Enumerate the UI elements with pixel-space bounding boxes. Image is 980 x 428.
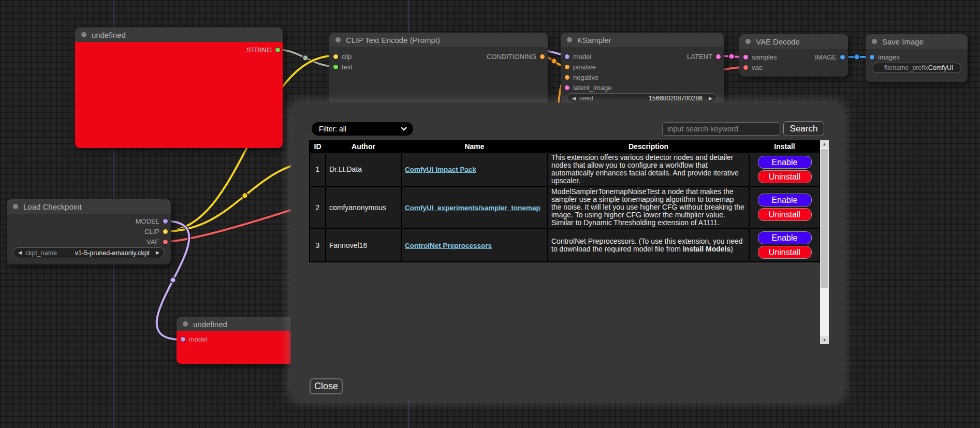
node-vae-decode[interactable]: VAE Decode samples IMAGE vae (739, 34, 848, 77)
cell-install: Enable Uninstall (749, 152, 820, 186)
table-scrollbar[interactable]: ▲ ▼ (820, 140, 829, 344)
extension-table: ID Author Name Description Install 1 Dr.… (309, 140, 821, 262)
output-port-vae[interactable] (163, 240, 168, 244)
node-title: CLIP Text Encode (Prompt) (346, 36, 440, 45)
node-title-bar[interactable]: CLIP Text Encode (Prompt) (329, 33, 548, 47)
filename-prefix-widget[interactable]: filename_prefix ComfyUI (872, 63, 961, 73)
enable-button[interactable]: Enable (758, 156, 812, 169)
node-title-bar[interactable]: Save Image (866, 34, 968, 49)
output-port-image[interactable] (840, 55, 845, 60)
enable-button[interactable]: Enable (758, 231, 812, 244)
node-status-dot-icon (183, 321, 188, 327)
cell-author: Dr.Lt.Data (326, 152, 401, 186)
node-status-dot-icon (13, 204, 18, 209)
output-port-clip[interactable] (163, 229, 168, 234)
input-label-latent-image: latent_image (573, 84, 611, 92)
table-row: 3 Fannovel16 ControlNet Preprocessors Co… (310, 228, 820, 262)
input-port-latent-image[interactable] (565, 85, 569, 90)
close-button[interactable]: Close (310, 378, 343, 394)
node-title-bar[interactable]: undefined (177, 317, 301, 331)
node-status-dot-icon (872, 39, 877, 44)
scrollbar-up-icon[interactable]: ▲ (820, 140, 829, 148)
header-description: Description (548, 141, 749, 152)
output-port-string[interactable] (275, 48, 280, 52)
extension-link[interactable]: ControlNet Preprocessors (405, 242, 492, 249)
node-title-bar[interactable]: Load Checkpoint (7, 199, 171, 214)
wire-midpoint-dot (170, 277, 176, 283)
filter-dropdown[interactable]: Filter: all (312, 122, 413, 136)
comfyui-canvas[interactable]: undefined STRING CLIP Text Encode (Promp… (0, 0, 980, 428)
cell-id: 1 (310, 152, 326, 186)
node-save-image[interactable]: Save Image images filename_prefix ComfyU… (866, 34, 968, 82)
cell-description: This extension offers various detector n… (548, 152, 749, 186)
cell-author: comfyanonymous (326, 186, 401, 228)
node-title-bar[interactable]: undefined (75, 27, 283, 42)
output-label-vae: VAE (147, 238, 159, 246)
node-clip-text-encode[interactable]: CLIP Text Encode (Prompt) clip CONDITION… (329, 33, 548, 112)
ckpt-name-widget[interactable]: ◀ ckpt_name v1-5-pruned-emaonly.ckpt ▶ (13, 247, 165, 258)
seed-widget[interactable]: ◀ seed 156680208700286 ▶ (567, 93, 718, 104)
node-load-checkpoint[interactable]: Load Checkpoint MODEL CLIP VAE ◀ ckpt_na… (7, 199, 171, 264)
widget-increment-icon[interactable]: ▶ (709, 96, 712, 101)
input-port-text[interactable] (333, 65, 338, 69)
scrollbar-thumb[interactable] (821, 149, 828, 288)
table-header-row: ID Author Name Description Install (310, 141, 820, 152)
node-title: undefined (92, 31, 126, 39)
node-ksampler[interactable]: KSampler model LATENT positive (561, 33, 724, 112)
wire-midpoint-dot (242, 193, 248, 199)
extension-link[interactable]: ComfyUI_experiments/sampler_tonemap (405, 204, 540, 212)
node-title: Load Checkpoint (23, 202, 82, 211)
table-row: 2 comfyanonymous ComfyUI_experiments/sam… (310, 186, 820, 228)
cell-description: ModelSamplerTonemapNoiseTest a node that… (548, 186, 749, 228)
input-label-samples: samples (752, 53, 777, 61)
output-port-latent[interactable] (716, 54, 721, 59)
widget-value: v1-5-pruned-emaonly.ckpt (75, 249, 150, 257)
widget-decrement-icon[interactable]: ◀ (572, 96, 576, 101)
node-title: KSampler (577, 36, 611, 45)
input-label-text: text (342, 63, 353, 71)
input-port-positive[interactable] (565, 65, 569, 69)
node-undefined-top[interactable]: undefined STRING (75, 27, 283, 148)
node-title: VAE Decode (756, 37, 800, 46)
extension-link[interactable]: ComfyUI Impact Pack (405, 166, 476, 173)
output-port-conditioning[interactable] (540, 54, 545, 59)
node-status-dot-icon (745, 39, 751, 44)
widget-name: filename_prefix (884, 64, 928, 71)
wire-midpoint-dot (551, 58, 557, 64)
widget-next-icon[interactable]: ▶ (156, 250, 159, 255)
scrollbar-down-icon[interactable]: ▼ (820, 336, 829, 344)
header-id: ID (310, 141, 326, 152)
uninstall-button[interactable]: Uninstall (758, 208, 812, 221)
input-port-clip[interactable] (333, 54, 338, 59)
extension-table-container: ID Author Name Description Install 1 Dr.… (309, 140, 829, 344)
input-label-model: model (573, 53, 591, 61)
output-label-string: STRING (246, 46, 272, 54)
input-port-samples[interactable] (743, 55, 748, 60)
output-label-latent: LATENT (687, 53, 712, 61)
input-label-positive: positive (573, 63, 596, 71)
output-label-conditioning: CONDITIONING (487, 53, 536, 61)
uninstall-button[interactable]: Uninstall (758, 170, 812, 183)
widget-prev-icon[interactable]: ◀ (18, 250, 22, 255)
enable-button[interactable]: Enable (758, 194, 812, 206)
output-label-model: MODEL (136, 217, 159, 225)
cell-id: 3 (310, 228, 326, 262)
node-title-bar[interactable]: VAE Decode (739, 34, 848, 49)
node-title-bar[interactable]: KSampler (561, 33, 724, 47)
input-port-images[interactable] (870, 55, 874, 60)
uninstall-button[interactable]: Uninstall (758, 246, 812, 259)
node-undefined-bottom[interactable]: undefined model (177, 317, 301, 364)
input-port-negative[interactable] (565, 75, 569, 80)
input-port-model[interactable] (565, 54, 569, 59)
search-button[interactable]: Search (783, 121, 824, 136)
input-port-model[interactable] (181, 337, 185, 342)
node-status-dot-icon (335, 37, 341, 42)
widget-value: 156680208700286 (649, 95, 703, 102)
cell-author: Fannovel16 (326, 228, 401, 262)
wire-midpoint-dot (854, 54, 860, 60)
input-label-negative: negative (573, 73, 598, 81)
search-input[interactable] (662, 122, 780, 136)
header-name: Name (401, 141, 548, 152)
input-port-vae[interactable] (743, 65, 748, 70)
output-port-model[interactable] (163, 219, 168, 224)
